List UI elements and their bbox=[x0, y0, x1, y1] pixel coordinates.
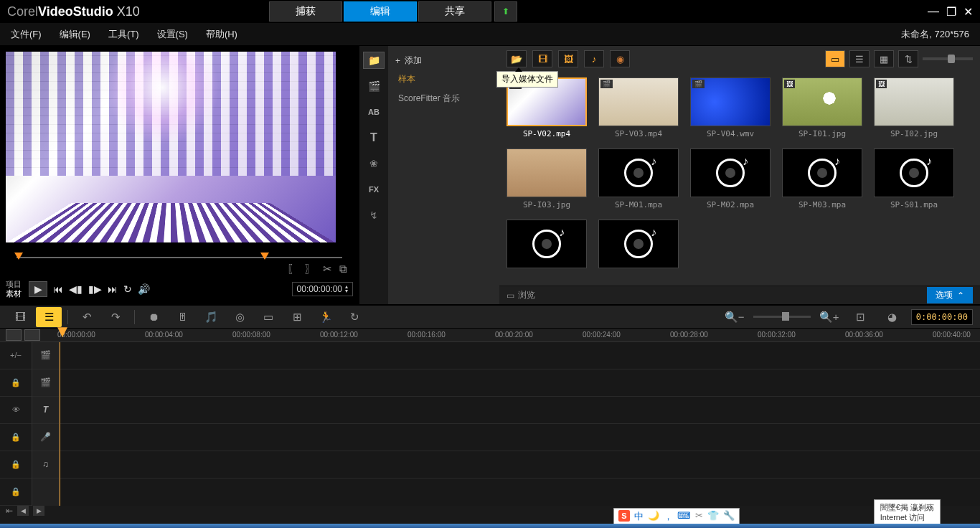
browse-button[interactable]: ▭ 浏览 bbox=[507, 289, 535, 301]
time-remap-button[interactable]: ↻ bbox=[341, 307, 367, 327]
scroll-right-button[interactable]: ▶ bbox=[33, 506, 44, 516]
transition-tab-icon[interactable]: AB bbox=[363, 103, 385, 121]
title-tab-icon[interactable]: T bbox=[363, 129, 385, 146]
next-frame-button[interactable]: ▮▶ bbox=[88, 283, 102, 295]
menu-settings[interactable]: 设置(S) bbox=[157, 28, 188, 41]
auto-music-button[interactable]: 🎵 bbox=[198, 307, 224, 327]
tab-share[interactable]: 共享 bbox=[418, 1, 491, 22]
thumbnail-size-slider[interactable] bbox=[923, 57, 973, 60]
timeline-view-button[interactable]: ☰ bbox=[36, 307, 62, 327]
sort-button[interactable]: ⇅ bbox=[898, 50, 918, 67]
library-item[interactable]: 🖼SP-I01.jpg bbox=[782, 77, 862, 138]
scroll-left-button[interactable]: ◀ bbox=[17, 506, 29, 516]
instant-project-icon[interactable]: 🎬 bbox=[363, 77, 385, 95]
close-button[interactable]: ✕ bbox=[963, 5, 973, 19]
ime-lang[interactable]: 中 bbox=[634, 510, 644, 523]
ime-shirt-icon[interactable]: 👕 bbox=[707, 510, 719, 523]
timeline-scrollbar[interactable]: ⇤ ◀ ▶ bbox=[0, 506, 980, 517]
track-lock-3[interactable]: 🔒 bbox=[0, 451, 32, 478]
playhead-line[interactable] bbox=[60, 342, 60, 506]
play-button[interactable]: ▶ bbox=[29, 281, 47, 297]
mark-out-handle[interactable] bbox=[260, 253, 269, 260]
go-end-button[interactable]: ⏭ bbox=[108, 283, 118, 295]
ime-moon-icon[interactable]: 🌙 bbox=[648, 510, 659, 523]
restore-button[interactable]: ❐ bbox=[946, 5, 956, 19]
filter-photo-button[interactable]: 🖼 bbox=[558, 50, 578, 67]
tab-edit[interactable]: 编辑 bbox=[344, 1, 417, 22]
project-duration-icon[interactable]: ◕ bbox=[880, 307, 905, 327]
library-item[interactable] bbox=[507, 220, 587, 271]
track-vis-1[interactable]: 👁 bbox=[0, 397, 32, 424]
motion-tracking-button[interactable]: ◎ bbox=[227, 307, 253, 327]
undo-button[interactable]: ↶ bbox=[74, 307, 100, 327]
multi-view-button[interactable]: ⊞ bbox=[284, 307, 310, 327]
track-lock-2[interactable]: 🔒 bbox=[0, 424, 32, 451]
filter-video-button[interactable]: 🎞 bbox=[532, 50, 552, 67]
library-item[interactable]: 🎬SP-V03.mp4 bbox=[598, 77, 679, 138]
zoom-in-button[interactable]: 🔍+ bbox=[816, 307, 842, 327]
fit-project-button[interactable]: ⊡ bbox=[848, 307, 874, 327]
library-item[interactable]: SP-S01.mpa bbox=[874, 148, 954, 209]
library-item[interactable] bbox=[598, 220, 679, 271]
library-item[interactable]: SP-I03.jpg bbox=[507, 148, 587, 209]
track-lane[interactable] bbox=[60, 397, 980, 424]
track-lane[interactable] bbox=[60, 342, 980, 369]
ruler-btn-1[interactable] bbox=[6, 329, 22, 341]
voice-track-icon[interactable]: 🎤 bbox=[32, 424, 59, 451]
mark-out-button[interactable]: 〗 bbox=[305, 263, 316, 276]
preview-timecode[interactable]: 00:00:00:00▴▾ bbox=[292, 282, 353, 296]
preview-screen[interactable] bbox=[6, 52, 336, 242]
filter-audio-button[interactable]: ♪ bbox=[584, 50, 604, 67]
scrubber[interactable] bbox=[6, 250, 353, 264]
filter-tab-icon[interactable]: FX bbox=[363, 181, 385, 198]
track-lane[interactable] bbox=[60, 451, 980, 478]
audio-mixer-button[interactable]: 🎚 bbox=[169, 307, 195, 327]
track-lane[interactable] bbox=[60, 369, 980, 397]
library-item[interactable]: SP-M03.mpa bbox=[782, 148, 862, 209]
options-button[interactable]: 选项 ⌃ bbox=[927, 287, 973, 303]
menu-edit[interactable]: 编辑(E) bbox=[60, 28, 90, 41]
repeat-button[interactable]: ↻ bbox=[123, 283, 132, 295]
category-samples[interactable]: 样本 bbox=[388, 70, 499, 89]
split-button[interactable]: ⧉ bbox=[339, 263, 347, 276]
ruler-btn-2[interactable] bbox=[24, 329, 40, 341]
ime-scissors-icon[interactable]: ✂ bbox=[695, 510, 703, 523]
overlay-track-icon[interactable]: 🎬 bbox=[32, 369, 59, 397]
timeline-ruler[interactable]: 00:00:00:0000:00:04:0000:00:08:0000:00:1… bbox=[0, 329, 980, 342]
menu-help[interactable]: 帮助(H) bbox=[206, 28, 237, 41]
zoom-out-button[interactable]: 🔍− bbox=[722, 307, 748, 327]
ime-toolbar[interactable]: S 中 🌙 ， ⌨ ✂ 👕 🔧 bbox=[613, 508, 740, 525]
track-add-button[interactable]: +/− bbox=[0, 342, 32, 369]
go-start-button[interactable]: ⏮ bbox=[53, 283, 63, 295]
category-scorefitter[interactable]: ScoreFitter 音乐 bbox=[388, 89, 499, 108]
upload-button[interactable]: ⬆ bbox=[494, 1, 517, 22]
pan-zoom-button[interactable]: 🏃 bbox=[313, 307, 339, 327]
view-grid-button[interactable]: ▦ bbox=[874, 50, 894, 67]
library-item[interactable]: 🖼SP-I02.jpg bbox=[874, 77, 954, 138]
path-tab-icon[interactable]: ↯ bbox=[363, 207, 385, 224]
media-tab-icon[interactable]: 📁 bbox=[363, 52, 385, 69]
filter-disc-button[interactable]: ◉ bbox=[610, 50, 630, 67]
ime-keyboard-icon[interactable]: ⌨ bbox=[677, 510, 691, 523]
track-lock-4[interactable]: 🔒 bbox=[0, 478, 32, 506]
library-item[interactable]: 🎬SP-V04.wmv bbox=[690, 77, 771, 138]
import-media-button[interactable]: 📂 导入媒体文件 bbox=[507, 50, 527, 67]
menu-file[interactable]: 文件(F) bbox=[11, 28, 42, 41]
sogou-icon[interactable]: S bbox=[618, 510, 630, 522]
minimize-button[interactable]: — bbox=[928, 5, 939, 19]
mark-in-button[interactable]: 〖 bbox=[287, 263, 298, 276]
track-lock-1[interactable]: 🔒 bbox=[0, 369, 32, 397]
ime-comma-icon[interactable]: ， bbox=[664, 510, 673, 523]
video-track-icon[interactable]: 🎬 bbox=[32, 342, 59, 369]
subtitle-button[interactable]: ▭ bbox=[255, 307, 281, 327]
zoom-slider[interactable] bbox=[753, 316, 811, 318]
music-track-icon[interactable]: ♫ bbox=[32, 451, 59, 478]
menu-tools[interactable]: 工具(T) bbox=[108, 28, 139, 41]
view-thumbnails-button[interactable]: ▭ bbox=[825, 50, 845, 67]
cut-button[interactable]: ✂ bbox=[323, 263, 332, 276]
mark-in-handle[interactable] bbox=[14, 253, 23, 260]
record-button[interactable]: ⏺ bbox=[141, 307, 166, 327]
storyboard-view-button[interactable]: 🎞 bbox=[7, 307, 33, 327]
tab-capture[interactable]: 捕获 bbox=[269, 1, 342, 22]
redo-button[interactable]: ↷ bbox=[103, 307, 128, 327]
